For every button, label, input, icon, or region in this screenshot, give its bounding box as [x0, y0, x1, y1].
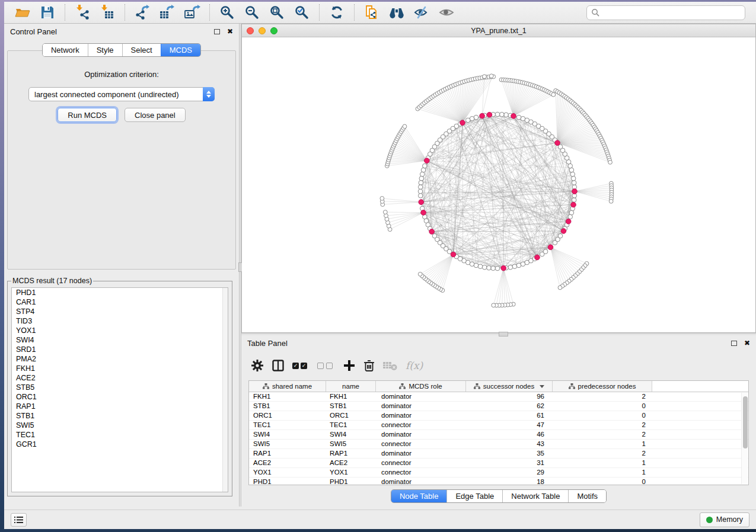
- open-folder-button[interactable]: [14, 4, 31, 21]
- vertical-splitter[interactable]: [239, 24, 241, 507]
- table-row[interactable]: STB1STB1dominator620: [249, 402, 748, 411]
- mcds-result-list[interactable]: PHD1CAR1STP4TID3YOX1SWI4SRD1PMA2FKH1ACE2…: [11, 287, 228, 492]
- close-panel-button[interactable]: Close panel: [125, 108, 186, 122]
- criterion-dropdown[interactable]: largest connected component (undirected): [28, 87, 215, 101]
- tab-mcds[interactable]: MCDS: [161, 44, 200, 56]
- table-row[interactable]: RAP1RAP1dominator352: [249, 449, 748, 459]
- copy-network-button[interactable]: [363, 4, 381, 21]
- export-table-button[interactable]: [158, 4, 176, 21]
- float-panel-icon[interactable]: [214, 29, 220, 34]
- column-header-label: shared name: [272, 383, 312, 390]
- tab-motifs[interactable]: Motifs: [568, 490, 606, 502]
- control-tabs: NetworkStyleSelectMCDS: [42, 43, 201, 57]
- close-panel-icon[interactable]: ✖: [227, 28, 233, 35]
- tab-node-table[interactable]: Node Table: [391, 490, 447, 502]
- table-cell: 62: [466, 402, 553, 411]
- add-column-icon: [343, 360, 355, 371]
- import-network-button[interactable]: [74, 4, 91, 21]
- search-input[interactable]: [602, 8, 741, 17]
- mcds-result-item[interactable]: FKH1: [12, 364, 228, 373]
- export-network-button[interactable]: [133, 4, 151, 21]
- scrollbar-thumb[interactable]: [743, 396, 748, 448]
- mcds-result-item[interactable]: SRD1: [12, 345, 228, 354]
- show-graphics-button[interactable]: [438, 4, 455, 21]
- tab-network-table[interactable]: Network Table: [502, 490, 568, 502]
- table-row[interactable]: PHD1PHD1dominator180: [249, 477, 748, 485]
- network-canvas[interactable]: [242, 37, 756, 332]
- mcds-result-item[interactable]: SWI5: [12, 421, 228, 430]
- column-header-name[interactable]: name: [326, 381, 376, 392]
- mcds-result-item[interactable]: RAP1: [12, 402, 228, 411]
- table-panel-title: Table Panel: [247, 339, 288, 348]
- close-panel-icon[interactable]: ✖: [744, 339, 750, 347]
- table-cell: SWI4: [326, 430, 376, 439]
- save-button[interactable]: [39, 4, 56, 21]
- zoom-selected-button[interactable]: [293, 4, 311, 21]
- table-cell: dominator: [376, 430, 466, 439]
- gear-button[interactable]: [251, 357, 264, 374]
- mcds-list-scrollbar[interactable]: [222, 288, 228, 492]
- tab-network[interactable]: Network: [43, 44, 88, 56]
- refresh-button[interactable]: [328, 4, 346, 21]
- select-all-button[interactable]: ✓✓: [292, 357, 309, 374]
- zoom-out-icon: [244, 4, 260, 21]
- column-type-icon: [263, 383, 269, 389]
- deselect-all-button[interactable]: [317, 357, 335, 374]
- column-header-shared-name[interactable]: shared name: [249, 381, 326, 392]
- table-row[interactable]: SWI5SWI5connector431: [249, 440, 748, 449]
- float-panel-icon[interactable]: [731, 341, 737, 346]
- table-row[interactable]: YOX1YOX1connector291: [249, 468, 748, 477]
- control-panel: Control Panel ✖ NetworkStyleSelectMCDS O…: [4, 24, 239, 507]
- mcds-result-item[interactable]: STP4: [12, 307, 228, 316]
- table-row[interactable]: FKH1FKH1dominator962: [249, 392, 748, 402]
- hide-graphics-button[interactable]: [413, 4, 430, 21]
- memory-button[interactable]: Memory: [700, 512, 749, 527]
- zoom-selected-icon: [294, 4, 310, 21]
- run-mcds-button[interactable]: Run MCDS: [58, 108, 117, 122]
- column-header-predecessor-nodes[interactable]: predecessor nodes: [553, 381, 652, 392]
- delete-column-button[interactable]: [363, 357, 375, 374]
- horizontal-splitter[interactable]: [241, 333, 756, 335]
- mcds-result-item[interactable]: CAR1: [12, 297, 228, 307]
- zoom-fit-button[interactable]: [268, 4, 286, 21]
- table-header-row: shared namenameMCDS rolesuccessor nodesp…: [249, 381, 748, 392]
- node-table: shared namenameMCDS rolesuccessor nodesp…: [248, 380, 749, 485]
- task-history-button[interactable]: [11, 513, 27, 527]
- zoom-out-button[interactable]: [243, 4, 261, 21]
- split-view-button[interactable]: [272, 357, 284, 374]
- table-cell: FKH1: [326, 392, 376, 401]
- mcds-result-item[interactable]: GCR1: [12, 440, 228, 449]
- network-window-titlebar[interactable]: YPA_prune.txt_1: [242, 24, 755, 37]
- mcds-result-item[interactable]: YOX1: [12, 326, 228, 335]
- column-header-MCDS-role[interactable]: MCDS role: [376, 381, 466, 392]
- mcds-result-item[interactable]: ACE2: [12, 373, 228, 383]
- tab-select[interactable]: Select: [122, 44, 161, 56]
- mcds-result-item[interactable]: SWI4: [12, 335, 228, 345]
- binoculars-button[interactable]: [388, 4, 406, 21]
- mcds-result-item[interactable]: ORC1: [12, 392, 228, 402]
- table-row[interactable]: ACE2ACE2connector311: [249, 459, 748, 468]
- mcds-result-item[interactable]: TEC1: [12, 430, 228, 440]
- mcds-result-item[interactable]: PMA2: [12, 354, 228, 364]
- import-table-button[interactable]: [98, 4, 116, 21]
- export-image-button[interactable]: [183, 4, 201, 21]
- mcds-result-item[interactable]: STB5: [12, 383, 228, 392]
- add-column-button[interactable]: [343, 357, 355, 374]
- tab-edge-table[interactable]: Edge Table: [446, 490, 502, 502]
- table-scrollbar[interactable]: [741, 393, 748, 484]
- table-row[interactable]: TEC1TEC1connector472: [249, 421, 748, 430]
- splitter-grip[interactable]: [499, 332, 508, 336]
- mcds-result-item[interactable]: STB1: [12, 411, 228, 421]
- mcds-result-item[interactable]: TID3: [12, 316, 228, 326]
- network-view[interactable]: [242, 37, 755, 332]
- table-cell: TEC1: [326, 421, 376, 430]
- mcds-result-item[interactable]: PHD1: [12, 288, 228, 297]
- table-row[interactable]: ORC1ORC1dominator610: [249, 411, 748, 421]
- column-header-successor-nodes[interactable]: successor nodes: [466, 381, 553, 392]
- function-builder-icon: f(x): [406, 360, 423, 371]
- tab-style[interactable]: Style: [88, 44, 122, 56]
- table-cell: 0: [553, 411, 652, 420]
- search-box[interactable]: [586, 5, 745, 20]
- zoom-in-button[interactable]: [218, 4, 236, 21]
- table-row[interactable]: SWI4SWI4dominator462: [249, 430, 748, 440]
